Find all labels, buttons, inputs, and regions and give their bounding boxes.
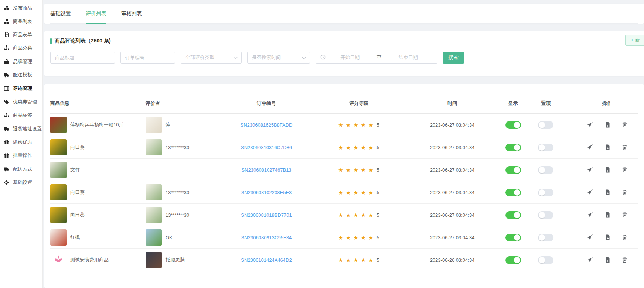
copy-file-icon[interactable] — [605, 167, 610, 173]
product-image — [50, 229, 67, 246]
review-time: 2023-06-27 03:04:34 — [430, 190, 475, 195]
toggle-knob — [539, 189, 545, 196]
reply-icon[interactable] — [587, 167, 593, 173]
show-toggle[interactable] — [505, 256, 521, 264]
order-number-link[interactable]: SN2306081018BD7701 — [241, 212, 292, 218]
reply-icon[interactable] — [587, 257, 593, 263]
reply-icon[interactable] — [587, 144, 593, 150]
end-date-field[interactable]: 结束日期 — [384, 54, 433, 61]
product-title: 萍杨梅乒乓杨梅一箱10斤 — [70, 121, 123, 128]
sidebar-item-label: 品牌管理 — [13, 58, 32, 65]
review-time: 2023-06-27 03:04:34 — [430, 145, 475, 150]
sidebar-item-label: 退货地址设置 — [13, 126, 42, 132]
tab[interactable]: 评价列表 — [86, 4, 106, 23]
tab[interactable]: 审核列表 — [121, 4, 142, 23]
review-time: 2023-06-27 03:04:34 — [430, 212, 475, 218]
show-toggle[interactable] — [505, 121, 521, 129]
sidebar-item-truck[interactable]: 退货地址设置 — [0, 122, 42, 136]
pin-toggle[interactable] — [538, 189, 553, 196]
show-toggle[interactable] — [505, 166, 521, 174]
start-date-field[interactable]: 开始日期 — [326, 54, 375, 61]
search-button[interactable]: 搜索 — [443, 52, 464, 64]
sidebar-item-columns[interactable]: 评论管理 — [0, 82, 42, 95]
sidebar-item-sitemap[interactable]: 商品标签 — [0, 109, 42, 122]
sidebar-item-gear[interactable]: 基础设置 — [0, 176, 42, 189]
column-header: 评分等级 — [309, 100, 409, 107]
product-title-input[interactable] — [50, 52, 115, 64]
sidebar-item-boxes[interactable]: 商品列表 — [0, 14, 42, 28]
pin-toggle[interactable] — [538, 121, 553, 129]
table-header-row: 商品信息评价者订单编号评分等级时间显示置顶操作 — [50, 93, 638, 114]
order-number-link[interactable]: SN23060810316C7D86 — [241, 145, 292, 150]
product-title: 向日葵 — [70, 212, 85, 218]
show-toggle[interactable] — [505, 211, 521, 219]
delete-icon[interactable] — [622, 234, 627, 240]
pin-toggle[interactable] — [538, 234, 553, 241]
delete-icon[interactable] — [622, 167, 627, 173]
toggle-knob — [514, 189, 520, 196]
copy-file-icon[interactable] — [605, 234, 610, 240]
add-new-button[interactable]: + 新 — [625, 35, 644, 46]
star-rating: ★★★★★ — [338, 235, 376, 240]
toggle-knob — [539, 144, 545, 151]
table-row: 向日葵 13*******30 SN2306081018BD7701 ★★★★★… — [50, 204, 638, 226]
filter-panel: 商品评论列表（2500 条) + 新 全部评价类型 是否搜索时间 开始日期 至 — [44, 31, 644, 76]
reviewer-name: OK — [166, 235, 173, 240]
sidebar-item-briefcase[interactable]: 品牌管理 — [0, 55, 42, 68]
sidebar-item-gift[interactable]: 满额优惠 — [0, 136, 42, 149]
reply-icon[interactable] — [587, 122, 593, 128]
reviewer-name: 13*******30 — [166, 212, 189, 218]
panel-title: 商品评论列表（2500 条) — [55, 38, 111, 44]
show-toggle[interactable] — [505, 189, 521, 196]
order-number-link[interactable]: SN2306101424A464D2 — [241, 257, 292, 263]
copy-file-icon[interactable] — [605, 189, 610, 195]
delete-icon[interactable] — [622, 122, 627, 128]
review-time: 2023-06-27 03:04:34 — [430, 235, 475, 240]
sidebar-item-tag[interactable]: 优惠券管理 — [0, 95, 42, 109]
delete-icon[interactable] — [622, 189, 627, 195]
pin-toggle[interactable] — [538, 144, 553, 151]
reviewer-avatar — [146, 229, 162, 246]
order-number-link[interactable]: SN2306080913C95F34 — [241, 235, 292, 240]
time-search-select[interactable]: 是否搜索时间 — [247, 52, 310, 64]
toggle-knob — [514, 257, 520, 263]
rating-value: 5 — [377, 145, 379, 150]
delete-icon[interactable] — [622, 212, 627, 218]
order-number-link[interactable]: SN2306081625B8FADD — [241, 122, 293, 128]
reviewer-name: 萍 — [166, 121, 170, 128]
review-time: 2023-06-26 03:04:34 — [430, 257, 475, 263]
truck-icon — [4, 72, 10, 78]
date-range-picker[interactable]: 开始日期 至 结束日期 — [316, 52, 437, 64]
rating-value: 5 — [377, 235, 379, 240]
toggle-knob — [539, 122, 545, 128]
order-number-link[interactable]: SN2306081027467B13 — [241, 167, 291, 173]
show-toggle[interactable] — [505, 234, 521, 241]
sidebar-item-sitemap[interactable]: 商品分类 — [0, 41, 42, 55]
sidebar-menu: 发布商品 商品列表 商品表单 商品分类 品牌管理 配送模板 评论管理 优惠券管理… — [0, 0, 42, 189]
truck-icon — [4, 167, 10, 172]
sidebar-item-boxes[interactable]: 发布商品 — [0, 1, 42, 14]
sidebar-item-truck[interactable]: 配送方式 — [0, 162, 42, 176]
reply-icon[interactable] — [587, 189, 593, 195]
delete-icon[interactable] — [622, 257, 627, 263]
order-number-input[interactable] — [120, 52, 175, 64]
review-type-select[interactable]: 全部评价类型 — [181, 52, 242, 64]
reviewer-avatar — [146, 252, 162, 268]
pin-toggle[interactable] — [538, 256, 553, 264]
copy-file-icon[interactable] — [605, 122, 610, 128]
sidebar-item-gift[interactable]: 批量操作 — [0, 149, 42, 162]
reply-icon[interactable] — [587, 234, 593, 240]
reply-icon[interactable] — [587, 212, 593, 218]
order-number-link[interactable]: SN230608102208E5E3 — [241, 190, 292, 195]
copy-file-icon[interactable] — [605, 144, 610, 150]
delete-icon[interactable] — [622, 144, 627, 150]
copy-file-icon[interactable] — [605, 257, 610, 263]
show-toggle[interactable] — [505, 144, 521, 151]
reviewer-name: 13*******30 — [166, 190, 189, 195]
pin-toggle[interactable] — [538, 166, 553, 174]
copy-file-icon[interactable] — [605, 212, 610, 218]
pin-toggle[interactable] — [538, 211, 553, 219]
tab[interactable]: 基础设置 — [50, 4, 71, 23]
sidebar-item-document[interactable]: 商品表单 — [0, 28, 42, 41]
sidebar-item-truck[interactable]: 配送模板 — [0, 68, 42, 82]
